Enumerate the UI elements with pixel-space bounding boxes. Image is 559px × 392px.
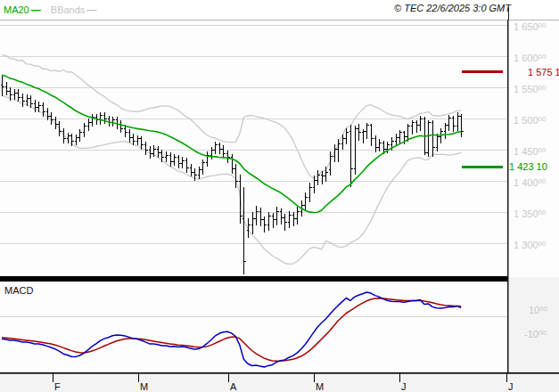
y-axis-tick-label: 1 45000	[514, 145, 558, 156]
legend-item-bbands: BBands—	[51, 4, 97, 15]
x-axis-tick-label: M	[316, 381, 324, 392]
legend-ma20-label: MA20	[4, 4, 29, 15]
indicator-legend: MA20— BBands—	[4, 4, 103, 16]
y-axis-tick-label: 1 60000	[514, 52, 558, 62]
macd-panel-label: MACD	[4, 285, 33, 296]
legend-ma20-dash: —	[31, 4, 41, 15]
resistance-level-label: 1 575 10	[528, 67, 559, 78]
copyright-timestamp: © TEC 22/6/2025 3:0 GMT	[394, 3, 511, 13]
y-axis-tick-label: 1 40000	[514, 176, 558, 187]
support-level-label: 1 423 10	[509, 161, 547, 172]
x-axis-tick-label: M	[140, 381, 148, 392]
x-axis-tick-label: J	[401, 381, 407, 392]
legend-bbands-label: BBands	[51, 4, 86, 15]
y-axis-tick-label: 1 55000	[514, 83, 558, 94]
y-axis-tick-label: 1 65000	[514, 20, 558, 31]
trading-chart-screenshot: MA20— BBands— © TEC 22/6/2025 3:0 GMT MA…	[0, 0, 559, 392]
x-axis-tick-label: J	[508, 381, 514, 392]
y-axis-tick-label: 1 35000	[514, 208, 558, 218]
legend-bbands-dash: —	[86, 4, 96, 15]
legend-item-ma20: MA20—	[4, 4, 41, 15]
y-axis-tick-label: 1 50000	[514, 114, 558, 125]
y-axis-tick-label: 1 30000	[514, 239, 558, 249]
macd-axis-tick-label: -1000	[524, 328, 559, 339]
price-macd-chart	[0, 0, 559, 392]
x-axis-tick-label: F	[54, 381, 61, 392]
macd-axis-tick-label: 1000	[529, 304, 559, 314]
x-axis-tick-label: A	[230, 381, 236, 392]
